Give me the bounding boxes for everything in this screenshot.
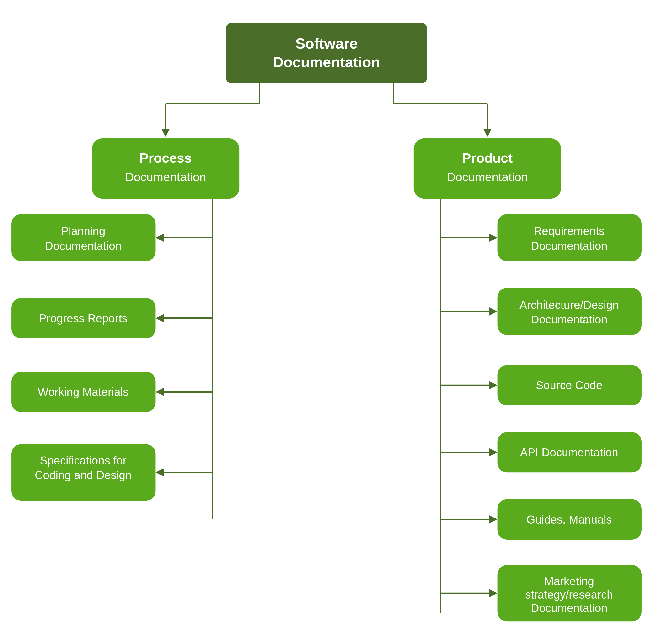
api-text: API Documentation xyxy=(520,446,618,459)
arrow-specs xyxy=(155,468,164,477)
process-text-bold: Process xyxy=(140,151,192,165)
req-node-bg xyxy=(498,214,642,261)
specs-text-line2: Coding and Design xyxy=(35,469,132,481)
title-node-bg xyxy=(226,23,427,84)
arch-text-line2: Documentation xyxy=(531,313,607,326)
req-text-line1: Requirements xyxy=(534,225,605,237)
process-node-bg xyxy=(92,138,239,199)
diagram-container: Software Documentation Process Documenta… xyxy=(5,9,648,644)
title-text-line2: Documentation xyxy=(273,54,380,70)
arch-text-line1: Architecture/Design xyxy=(519,299,619,311)
product-node-bg xyxy=(414,138,561,199)
planning-text-line1: Planning xyxy=(61,225,105,237)
specs-text-line1: Specifications for xyxy=(40,454,127,467)
arrow-arch xyxy=(489,307,498,316)
arrow-to-product xyxy=(483,129,491,137)
diagram-svg: Software Documentation Process Documenta… xyxy=(5,9,648,644)
product-text-normal: Documentation xyxy=(447,170,528,184)
arrow-to-process xyxy=(162,129,170,137)
marketing-text-line1: Marketing xyxy=(544,575,594,588)
marketing-text-line3: Documentation xyxy=(531,602,607,614)
source-text: Source Code xyxy=(536,379,602,392)
title-text-line1: Software xyxy=(295,35,358,52)
working-text: Working Materials xyxy=(38,386,129,398)
arrow-progress xyxy=(155,314,164,322)
planning-text-line2: Documentation xyxy=(45,239,122,252)
product-text-bold: Product xyxy=(462,151,513,165)
planning-node-bg xyxy=(11,214,155,261)
req-text-line2: Documentation xyxy=(531,239,607,252)
arrow-working xyxy=(155,388,164,396)
guides-text: Guides, Manuals xyxy=(526,513,612,526)
progress-text: Progress Reports xyxy=(39,312,127,325)
arch-node-bg xyxy=(498,288,642,335)
process-text-normal: Documentation xyxy=(125,170,207,184)
marketing-text-line2: strategy/research xyxy=(525,588,613,601)
arrow-planning xyxy=(155,234,164,242)
arrow-api xyxy=(489,448,498,456)
arrow-guides xyxy=(489,515,498,524)
arrow-req xyxy=(489,234,498,242)
arrow-source xyxy=(489,381,498,389)
arrow-marketing xyxy=(489,589,498,597)
